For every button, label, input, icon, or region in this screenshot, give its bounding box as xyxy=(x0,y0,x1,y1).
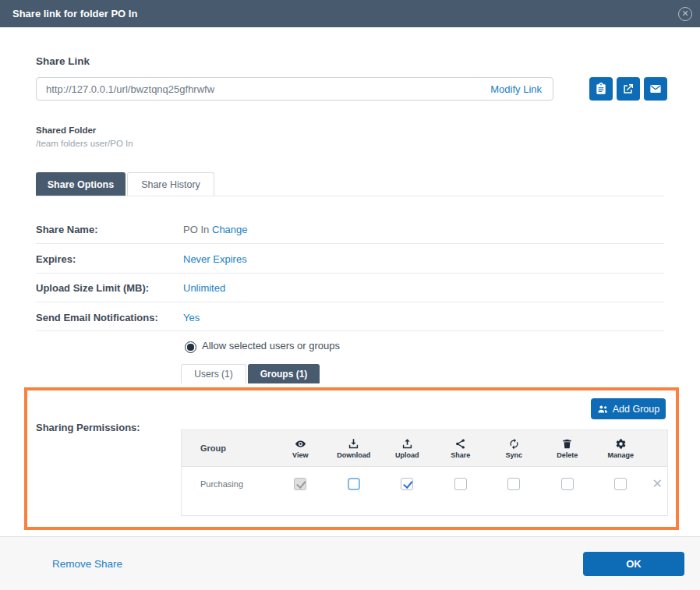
tab-share-options[interactable]: Share Options xyxy=(36,172,126,196)
upload-column-label: Upload xyxy=(395,451,419,459)
download-icon xyxy=(348,438,359,450)
permissions-table-row: Purchasing ✕ xyxy=(182,467,667,500)
copy-link-button[interactable] xyxy=(589,77,613,101)
expires-label: Expires: xyxy=(36,253,76,265)
add-group-label: Add Group xyxy=(613,404,659,415)
column-view: View xyxy=(274,438,327,459)
dialog-footer: Remove Share OK xyxy=(0,536,700,590)
clipboard-icon xyxy=(595,83,607,95)
sync-column-label: Sync xyxy=(505,451,522,459)
gear-icon xyxy=(615,438,627,450)
email-icon xyxy=(649,83,662,95)
permissions-table: Group View Download Upload Share Sync xyxy=(181,429,668,516)
send-email-notifications-label: Send Email Notifications: xyxy=(36,312,158,323)
close-icon[interactable]: ✕ xyxy=(678,7,692,21)
eye-icon xyxy=(295,438,306,450)
share-nodes-icon xyxy=(454,438,466,450)
dialog-title: Share link for folder PO In xyxy=(12,8,137,19)
column-share: Share xyxy=(434,438,488,459)
checkbox-upload[interactable] xyxy=(401,478,413,490)
upload-icon xyxy=(401,438,413,450)
row-divider xyxy=(36,302,664,302)
remove-share-link[interactable]: Remove Share xyxy=(52,558,122,570)
ok-button[interactable]: OK xyxy=(583,552,684,576)
delete-column-label: Delete xyxy=(557,451,578,459)
column-download: Download xyxy=(327,438,381,459)
checkbox-view xyxy=(294,478,306,490)
change-share-name-link[interactable]: Change xyxy=(212,224,248,235)
group-name: Purchasing xyxy=(182,479,274,489)
group-column-header: Group xyxy=(182,443,274,453)
upload-size-limit-value[interactable]: Unlimited xyxy=(183,282,225,294)
email-link-button[interactable] xyxy=(644,77,667,101)
allow-selected-radio-label: Allow selected users or groups xyxy=(202,340,340,352)
row-divider xyxy=(36,243,664,244)
shared-folder-label: Shared Folder xyxy=(36,125,96,135)
column-delete: Delete xyxy=(541,438,595,459)
sync-icon xyxy=(508,438,520,450)
group-people-icon xyxy=(597,403,609,415)
permissions-table-header: Group View Download Upload Share Sync xyxy=(182,430,667,467)
share-name-value: PO In xyxy=(183,224,209,235)
share-link-label: Share Link xyxy=(36,55,90,67)
manage-column-label: Manage xyxy=(607,451,634,459)
sharing-permissions-label: Sharing Permissions: xyxy=(36,422,140,433)
checkbox-download[interactable] xyxy=(348,478,360,490)
add-group-button[interactable]: Add Group xyxy=(591,398,666,419)
tab-groups[interactable]: Groups (1) xyxy=(248,364,320,383)
column-upload: Upload xyxy=(380,438,434,459)
share-name-label: Share Name: xyxy=(36,224,97,235)
open-in-new-icon xyxy=(622,83,635,95)
column-sync: Sync xyxy=(487,438,541,459)
shared-folder-path: /team folders user/PO In xyxy=(36,139,133,148)
column-manage: Manage xyxy=(594,438,648,459)
row-divider xyxy=(36,273,664,274)
share-link-input[interactable]: http://127.0.0.1/url/bwztqnq25gfhrwfw Mo… xyxy=(36,77,553,101)
share-link-url[interactable]: http://127.0.0.1/url/bwztqnq25gfhrwfw xyxy=(37,83,490,95)
row-divider xyxy=(36,330,664,331)
allow-selected-radio[interactable] xyxy=(185,341,196,353)
open-link-button[interactable] xyxy=(617,77,640,101)
download-column-label: Download xyxy=(337,451,370,459)
tab-share-history[interactable]: Share History xyxy=(127,172,214,196)
send-email-notifications-value[interactable]: Yes xyxy=(183,312,200,323)
remove-group-icon[interactable]: ✕ xyxy=(648,476,668,491)
upload-size-limit-label: Upload Size Limit (MB): xyxy=(36,282,149,294)
modify-link-button[interactable]: Modify Link xyxy=(490,83,553,95)
share-column-label: Share xyxy=(451,451,470,459)
tabs-divider xyxy=(36,196,664,196)
share-dialog: Share link for folder PO In ✕ Share Link… xyxy=(0,0,700,590)
tab-users[interactable]: Users (1) xyxy=(181,364,246,383)
checkbox-delete[interactable] xyxy=(561,478,574,490)
trash-icon xyxy=(561,438,573,450)
expires-value[interactable]: Never Expires xyxy=(183,253,247,265)
checkbox-sync[interactable] xyxy=(507,478,520,490)
checkbox-manage[interactable] xyxy=(614,478,627,490)
view-column-label: View xyxy=(292,451,308,459)
checkbox-share[interactable] xyxy=(454,478,467,490)
dialog-titlebar: Share link for folder PO In xyxy=(0,0,700,27)
